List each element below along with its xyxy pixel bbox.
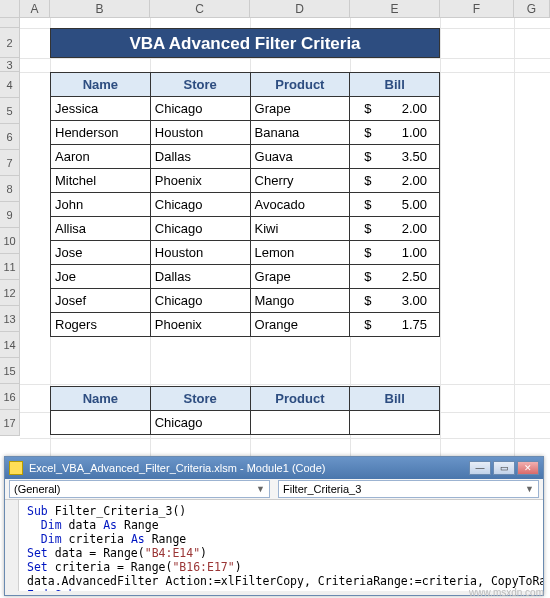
row-head-12[interactable]: 12 [0,280,20,306]
cell-bill[interactable]: $2.00 [350,217,440,241]
col-head-d[interactable]: D [250,0,350,17]
cell-store[interactable]: Chicago [150,97,250,121]
minimize-button[interactable]: — [469,461,491,475]
criteria-table: Name Store Product Bill Chicago [50,386,440,435]
criteria-header-row: Name Store Product Bill [51,387,440,411]
vba-code-window[interactable]: Excel_VBA_Advanced_Filter_Criteria.xlsm … [4,456,544,596]
cell-product[interactable]: Kiwi [250,217,350,241]
vba-titlebar[interactable]: Excel_VBA_Advanced_Filter_Criteria.xlsm … [5,457,543,479]
cell-store[interactable]: Houston [150,241,250,265]
crit-th-name: Name [51,387,151,411]
table-row[interactable]: JoseHoustonLemon$1.00 [51,241,440,265]
row-head-8[interactable]: 8 [0,176,20,202]
cell-name[interactable]: Jessica [51,97,151,121]
cell-bill[interactable]: $1.00 [350,241,440,265]
cell-bill[interactable]: $5.00 [350,193,440,217]
th-store: Store [150,73,250,97]
cell-store[interactable]: Chicago [150,289,250,313]
row-head-1-partial[interactable] [0,18,20,28]
cell-name[interactable]: Mitchel [51,169,151,193]
table-row[interactable]: AllisaChicagoKiwi$2.00 [51,217,440,241]
vba-code-text[interactable]: Sub Filter_Criteria_3() Dim data As Rang… [27,504,537,591]
col-head-c[interactable]: C [150,0,250,17]
cell-product[interactable]: Avocado [250,193,350,217]
cell-name[interactable]: Rogers [51,313,151,337]
worksheet-grid[interactable]: VBA Advanced Filter Criteria Name Store … [20,18,550,458]
row-head-2[interactable]: 2 [0,28,20,58]
table-row[interactable]: MitchelPhoenixCherry$2.00 [51,169,440,193]
row-head-16[interactable]: 16 [0,384,20,410]
vba-object-dropdown[interactable]: (General) ▼ [9,480,270,498]
cell-product[interactable]: Mango [250,289,350,313]
row-head-5[interactable]: 5 [0,98,20,124]
cell-name[interactable]: Josef [51,289,151,313]
vba-code-area[interactable]: Sub Filter_Criteria_3() Dim data As Rang… [5,499,543,591]
cell-product[interactable]: Banana [250,121,350,145]
row-head-11[interactable]: 11 [0,254,20,280]
crit-store-cell[interactable]: Chicago [150,411,250,435]
row-head-15[interactable]: 15 [0,358,20,384]
cell-bill[interactable]: $2.00 [350,97,440,121]
cell-store[interactable]: Chicago [150,217,250,241]
crit-bill-cell[interactable] [350,411,440,435]
cell-bill[interactable]: $3.00 [350,289,440,313]
table-row[interactable]: RogersPhoenixOrange$1.75 [51,313,440,337]
cell-store[interactable]: Houston [150,121,250,145]
cell-name[interactable]: Jose [51,241,151,265]
row-head-17[interactable]: 17 [0,410,20,436]
col-head-a[interactable]: A [20,0,50,17]
table-row[interactable]: JohnChicagoAvocado$5.00 [51,193,440,217]
row-head-9[interactable]: 9 [0,202,20,228]
cell-store[interactable]: Phoenix [150,169,250,193]
cell-bill[interactable]: $1.75 [350,313,440,337]
crit-name-cell[interactable] [51,411,151,435]
criteria-row[interactable]: Chicago [51,411,440,435]
chevron-down-icon: ▼ [256,484,265,494]
cell-bill[interactable]: $1.00 [350,121,440,145]
cell-name[interactable]: Allisa [51,217,151,241]
cell-product[interactable]: Grape [250,97,350,121]
col-head-f[interactable]: F [440,0,514,17]
column-headers: A B C D E F G [0,0,550,18]
crit-product-cell[interactable] [250,411,350,435]
table-row[interactable]: JoeDallasGrape$2.50 [51,265,440,289]
col-head-b[interactable]: B [50,0,150,17]
cell-product[interactable]: Lemon [250,241,350,265]
col-head-g[interactable]: G [514,0,550,17]
row-head-14[interactable]: 14 [0,332,20,358]
crit-th-bill: Bill [350,387,440,411]
row-head-3[interactable]: 3 [0,58,20,72]
row-head-13[interactable]: 13 [0,306,20,332]
row-head-4[interactable]: 4 [0,72,20,98]
cell-name[interactable]: Henderson [51,121,151,145]
cell-store[interactable]: Phoenix [150,313,250,337]
cell-bill[interactable]: $2.50 [350,265,440,289]
col-head-e[interactable]: E [350,0,440,17]
row-head-6[interactable]: 6 [0,124,20,150]
table-row[interactable]: JosefChicagoMango$3.00 [51,289,440,313]
cell-store[interactable]: Chicago [150,193,250,217]
cell-name[interactable]: John [51,193,151,217]
cell-bill[interactable]: $2.00 [350,169,440,193]
select-all-corner[interactable] [0,0,20,17]
cell-product[interactable]: Orange [250,313,350,337]
row-headers: 2 3 4 5 6 7 8 9 10 11 12 13 14 15 16 17 [0,18,20,436]
row-head-7[interactable]: 7 [0,150,20,176]
table-row[interactable]: JessicaChicagoGrape$2.00 [51,97,440,121]
table-row[interactable]: AaronDallasGuava$3.50 [51,145,440,169]
vba-procedure-dropdown[interactable]: Filter_Criteria_3 ▼ [278,480,539,498]
cell-product[interactable]: Grape [250,265,350,289]
maximize-button[interactable]: ▭ [493,461,515,475]
chevron-down-icon: ▼ [525,484,534,494]
cell-store[interactable]: Dallas [150,145,250,169]
cell-name[interactable]: Aaron [51,145,151,169]
row-head-10[interactable]: 10 [0,228,20,254]
cell-product[interactable]: Cherry [250,169,350,193]
cell-store[interactable]: Dallas [150,265,250,289]
cell-name[interactable]: Joe [51,265,151,289]
cell-product[interactable]: Guava [250,145,350,169]
table-row[interactable]: HendersonHoustonBanana$1.00 [51,121,440,145]
cell-bill[interactable]: $3.50 [350,145,440,169]
close-button[interactable]: ✕ [517,461,539,475]
vba-procedure-value: Filter_Criteria_3 [283,483,361,495]
